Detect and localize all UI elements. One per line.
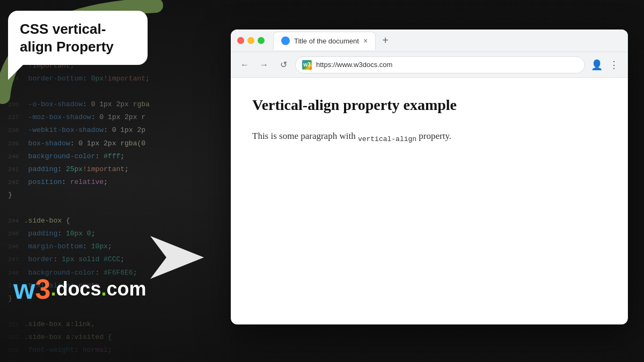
refresh-button[interactable]: ↺	[276, 57, 291, 72]
browser-window: 🌐 Title of the document × + ← → ↺ w3 htt…	[231, 29, 628, 324]
logo-w3: w3	[13, 275, 50, 303]
content-heading: Vertical-align property example	[252, 97, 606, 114]
traffic-lights	[237, 37, 265, 44]
para-before: This is some paragraph with	[252, 131, 358, 141]
arrow-pointer	[150, 236, 204, 279]
traffic-light-red[interactable]	[237, 37, 244, 44]
w3-favicon: w3	[302, 60, 312, 70]
browser-menu-buttons: 👤 ⋮	[589, 57, 621, 72]
logo-dot: .	[50, 278, 56, 300]
svg-marker-0	[150, 236, 204, 279]
content-paragraph: This is some paragraph with vertical-ali…	[252, 129, 606, 145]
logo-docs-text: .docs.com	[50, 278, 146, 300]
traffic-light-green[interactable]	[258, 37, 265, 44]
browser-content: Vertical-align property example This is …	[231, 78, 628, 164]
globe-icon: 🌐	[282, 38, 289, 44]
forward-button[interactable]: →	[257, 57, 272, 72]
logo-w-letter: w	[13, 274, 35, 305]
tab-favicon: 🌐	[281, 36, 290, 45]
logo: w3 .docs.com	[13, 275, 146, 303]
tab-title: Title of the document	[294, 37, 359, 45]
more-menu-button[interactable]: ⋮	[606, 57, 621, 72]
title-card: CSS vertical-align Property	[8, 11, 148, 65]
logo-3-letter: 3	[35, 274, 50, 305]
page-title: CSS vertical-align Property	[20, 20, 136, 55]
traffic-light-yellow[interactable]	[247, 37, 254, 44]
inline-code-text: vertical-align	[358, 135, 416, 143]
para-after: property.	[416, 131, 451, 141]
browser-titlebar: 🌐 Title of the document × +	[231, 29, 628, 52]
logo-dot2: .	[101, 278, 106, 300]
tab-close-button[interactable]: ×	[363, 36, 368, 45]
tab-bar: 🌐 Title of the document × +	[273, 32, 621, 50]
browser-tab-active[interactable]: 🌐 Title of the document ×	[273, 32, 376, 50]
profile-button[interactable]: 👤	[589, 57, 604, 72]
browser-addressbar: ← → ↺ w3 https://www.w3docs.com 👤 ⋮	[231, 52, 628, 78]
back-button[interactable]: ←	[237, 57, 252, 72]
url-text: https://www.w3docs.com	[316, 61, 392, 69]
address-bar[interactable]: w3 https://www.w3docs.com	[295, 56, 585, 73]
new-tab-button[interactable]: +	[378, 33, 393, 48]
